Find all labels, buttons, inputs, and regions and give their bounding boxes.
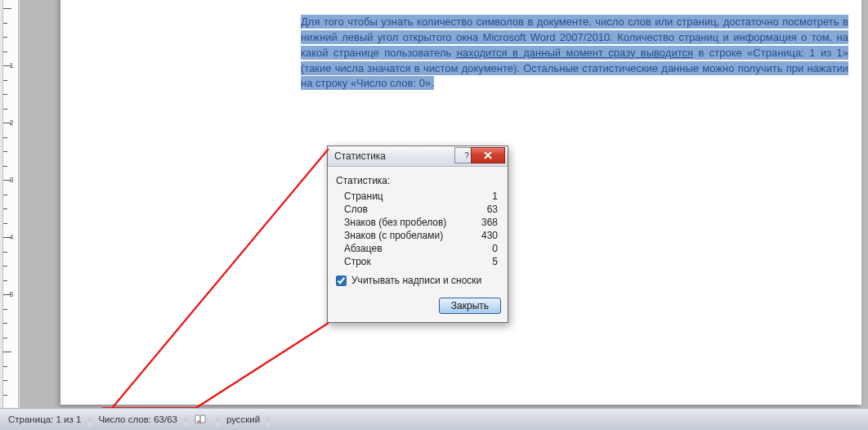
stat-value: 368 bbox=[481, 217, 498, 228]
ruler-tick bbox=[3, 338, 7, 338]
stat-label: Знаков (с пробелами) bbox=[344, 230, 443, 241]
ruler-tick bbox=[3, 266, 7, 267]
status-bar: Страница: 1 из 1 Число слов: 63/63 русск… bbox=[0, 408, 868, 430]
include-textboxes-checkbox[interactable] bbox=[336, 275, 347, 286]
stat-value: 430 bbox=[481, 230, 498, 241]
help-icon: ? bbox=[464, 151, 469, 160]
stat-label: Строк bbox=[344, 256, 371, 267]
ruler-number: 2 bbox=[7, 119, 16, 127]
stat-label: Слов bbox=[344, 204, 368, 215]
include-textboxes-label: Учитывать надписи и сноски bbox=[351, 275, 481, 286]
ruler-tick bbox=[3, 366, 7, 367]
ruler-tick bbox=[3, 8, 11, 9]
ruler-tick bbox=[3, 109, 7, 110]
stat-row: Знаков (без пробелов)368 bbox=[336, 216, 499, 229]
page-gutter bbox=[20, 0, 60, 409]
ruler-tick bbox=[3, 395, 7, 396]
stat-value: 63 bbox=[487, 204, 498, 215]
ruler-tick bbox=[3, 23, 7, 24]
stat-value: 1 bbox=[492, 190, 498, 202]
statusbar-proofing[interactable] bbox=[186, 409, 217, 430]
ruler-tick bbox=[3, 208, 7, 209]
stat-row: Строк5 bbox=[336, 255, 499, 268]
ruler-tick bbox=[3, 137, 7, 138]
dialog-title: Статистика bbox=[328, 150, 386, 162]
stats-heading: Статистика: bbox=[336, 175, 499, 186]
ruler-tick bbox=[3, 80, 7, 81]
ruler-tick bbox=[3, 309, 7, 310]
stat-value: 5 bbox=[492, 256, 498, 267]
ruler-tick bbox=[3, 166, 7, 167]
ruler-tick bbox=[3, 195, 7, 195]
stat-row: Знаков (с пробелами)430 bbox=[336, 229, 499, 242]
dialog-titlebar[interactable]: Статистика ? bbox=[328, 146, 508, 167]
stat-label: Абзацев bbox=[344, 243, 383, 254]
dialog-close-x-button[interactable] bbox=[471, 147, 505, 163]
ruler-number: 5 bbox=[7, 290, 16, 298]
dialog-body: Статистика: Страниц1Слов63Знаков (без пр… bbox=[328, 167, 508, 293]
ruler-number: 1 bbox=[7, 61, 16, 69]
stat-label: Знаков (без пробелов) bbox=[344, 217, 446, 228]
ruler-number: 3 bbox=[7, 176, 16, 184]
ruler-tick bbox=[3, 380, 7, 381]
vertical-ruler: 12345 bbox=[0, 0, 20, 409]
document-body-text[interactable]: Для того чтобы узнать количество символо… bbox=[301, 15, 848, 92]
stat-row: Слов63 bbox=[336, 203, 499, 216]
include-textboxes-row[interactable]: Учитывать надписи и сноски bbox=[336, 275, 499, 286]
dialog-close-button[interactable]: Закрыть bbox=[439, 298, 501, 314]
close-icon bbox=[483, 151, 493, 159]
ruler-tick bbox=[3, 94, 7, 95]
ruler-tick bbox=[3, 352, 11, 352]
ruler-track: 12345 bbox=[2, 0, 19, 410]
stat-value: 0 bbox=[492, 243, 498, 254]
ruler-tick bbox=[3, 37, 7, 38]
ruler-number: 4 bbox=[7, 233, 16, 241]
selected-text-underlined: находится в данный момент сразу выводитс… bbox=[457, 46, 693, 60]
statusbar-language[interactable]: русский bbox=[218, 409, 268, 430]
stat-row: Страниц1 bbox=[336, 190, 499, 203]
statusbar-page[interactable]: Страница: 1 из 1 bbox=[0, 409, 89, 430]
stat-row: Абзацев0 bbox=[336, 242, 499, 255]
ruler-tick bbox=[3, 223, 7, 224]
ruler-tick bbox=[3, 323, 7, 324]
ruler-tick bbox=[3, 280, 7, 281]
stat-label: Страниц bbox=[344, 190, 383, 202]
ruler-tick bbox=[3, 52, 7, 52]
ruler-tick bbox=[3, 151, 7, 152]
statistics-dialog: Статистика ? Статистика: Страниц1Слов63З… bbox=[327, 146, 508, 323]
statusbar-word-count[interactable]: Число слов: 63/63 bbox=[90, 409, 186, 430]
ruler-tick bbox=[3, 252, 7, 253]
proofing-icon bbox=[195, 414, 206, 424]
statusbar-separator bbox=[268, 413, 269, 426]
dialog-footer: Закрыть bbox=[328, 293, 508, 322]
